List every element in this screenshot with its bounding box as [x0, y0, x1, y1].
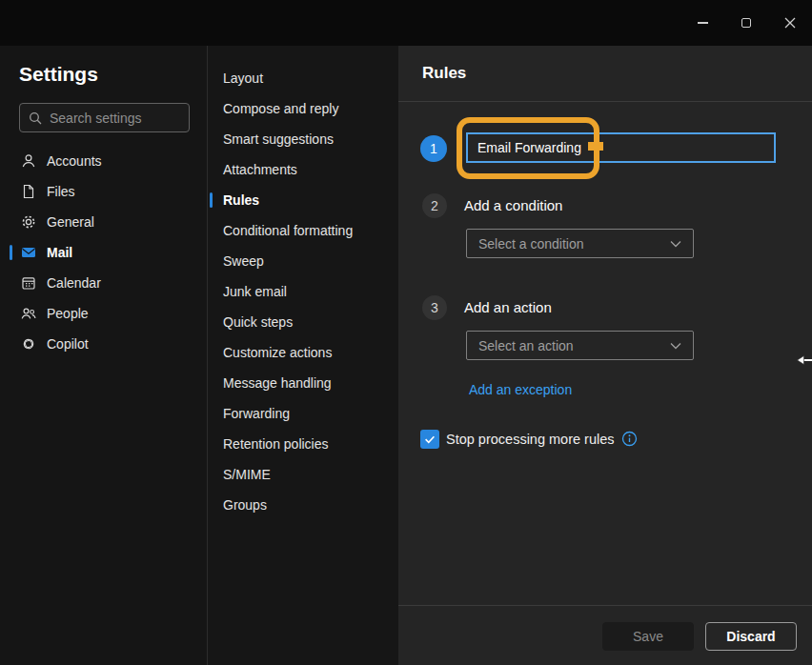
search-settings-box[interactable] — [19, 103, 190, 132]
mid-nav-item-smart-suggestions[interactable]: Smart suggestions — [208, 124, 398, 154]
mid-nav-item-compose-and-reply[interactable]: Compose and reply — [208, 93, 398, 124]
close-button[interactable] — [768, 0, 812, 46]
add-exception-link[interactable]: Add an exception — [469, 382, 572, 397]
stop-processing-label: Stop processing more rules — [446, 432, 615, 447]
maximize-button[interactable] — [724, 0, 768, 46]
sidebar-item-accounts[interactable]: Accounts — [0, 146, 207, 176]
sidebar-item-label: Mail — [47, 245, 72, 260]
mid-nav-item-attachments[interactable]: Attachments — [208, 154, 398, 185]
sidebar-item-label: Calendar — [47, 275, 101, 291]
info-icon[interactable] — [621, 431, 638, 447]
sidebar-item-mail[interactable]: Mail — [0, 237, 207, 268]
selected-indicator — [10, 245, 12, 260]
outlook-settings-window: { "titlebar": { "controls": { "minimize"… — [0, 0, 812, 665]
maximize-icon — [741, 18, 751, 28]
mid-nav-item-junk-email[interactable]: Junk email — [208, 276, 398, 307]
mid-nav-item-forwarding[interactable]: Forwarding — [208, 398, 398, 429]
settings-sidebar: Settings Accounts Files — [0, 46, 208, 665]
stop-processing-checkbox[interactable] — [420, 430, 439, 449]
close-icon — [784, 17, 796, 29]
minimize-button[interactable] — [680, 0, 724, 46]
panel-footer: Save Discard — [398, 605, 812, 665]
sidebar-item-label: Accounts — [47, 153, 102, 169]
window-titlebar — [0, 0, 812, 46]
mid-nav-item-sweep[interactable]: Sweep — [208, 246, 398, 276]
select-condition-dropdown[interactable]: Select a condition — [466, 229, 694, 258]
search-settings-input[interactable] — [50, 111, 181, 126]
window-controls — [680, 0, 812, 46]
sidebar-item-general[interactable]: General — [0, 207, 207, 237]
mid-nav-item-retention-policies[interactable]: Retention policies — [208, 429, 398, 459]
select-action-dropdown[interactable]: Select an action — [466, 331, 694, 360]
copilot-icon — [21, 336, 36, 352]
mid-nav-item-message-handling[interactable]: Message handling — [208, 368, 398, 398]
settings-title: Settings — [19, 63, 98, 86]
checkmark-icon — [423, 433, 436, 446]
mid-nav-item-smime[interactable]: S/MIME — [208, 459, 398, 490]
mid-nav-item-layout[interactable]: Layout — [208, 63, 398, 93]
sidebar-nav: Accounts Files General Mail — [0, 146, 207, 359]
save-button[interactable]: Save — [602, 622, 694, 651]
step-3-badge: 3 — [422, 295, 447, 320]
sidebar-item-label: People — [47, 306, 89, 321]
sidebar-item-files[interactable]: Files — [0, 176, 207, 207]
step-2-badge: 2 — [422, 193, 447, 218]
add-condition-label: Add a condition — [464, 197, 562, 213]
discard-button[interactable]: Discard — [705, 622, 797, 651]
mid-nav-item-customize-actions[interactable]: Customize actions — [208, 337, 398, 368]
step-1-badge: 1 — [420, 135, 447, 162]
mail-settings-nav: Layout Compose and reply Smart suggestio… — [208, 46, 398, 665]
gear-icon — [21, 214, 36, 230]
search-icon — [28, 111, 43, 126]
selected-indicator — [210, 192, 213, 208]
file-icon — [21, 184, 36, 199]
mid-nav-item-groups[interactable]: Groups — [208, 490, 398, 520]
sidebar-item-copilot[interactable]: Copilot — [0, 329, 207, 359]
add-action-label: Add an action — [464, 299, 552, 315]
calendar-icon — [21, 275, 36, 291]
minimize-icon — [698, 22, 708, 24]
person-icon — [21, 153, 36, 169]
mid-nav-item-rules[interactable]: Rules — [208, 185, 398, 215]
rules-panel-header: Rules — [398, 46, 812, 102]
mid-nav-item-quick-steps[interactable]: Quick steps — [208, 307, 398, 337]
people-icon — [21, 306, 36, 321]
chevron-down-icon — [670, 240, 681, 248]
rules-panel: Rules 1 2 Add a condition Select a condi… — [398, 46, 812, 665]
sidebar-item-calendar[interactable]: Calendar — [0, 268, 207, 298]
sidebar-item-people[interactable]: People — [0, 298, 207, 329]
chevron-down-icon — [670, 342, 681, 350]
panel-title: Rules — [422, 64, 466, 83]
mail-icon — [21, 245, 36, 260]
sidebar-item-label: Copilot — [47, 336, 89, 352]
sidebar-item-label: General — [47, 214, 94, 230]
sidebar-item-label: Files — [47, 184, 75, 199]
mid-nav-item-conditional-formatting[interactable]: Conditional formatting — [208, 215, 398, 246]
rule-name-input[interactable] — [466, 132, 776, 163]
